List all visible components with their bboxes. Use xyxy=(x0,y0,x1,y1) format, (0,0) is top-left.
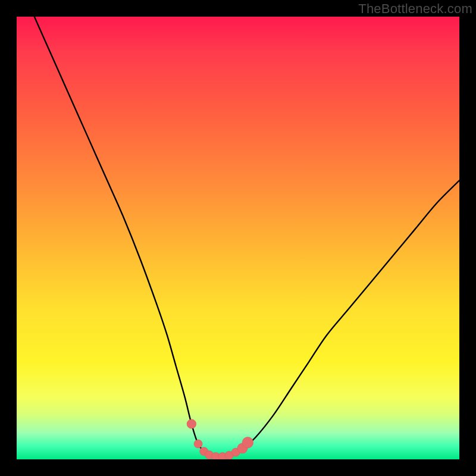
bottleneck-chart xyxy=(17,17,459,459)
curve-marker xyxy=(187,419,196,429)
curve-marker xyxy=(194,440,202,448)
bottleneck-curve-path xyxy=(35,17,459,457)
curve-marker xyxy=(242,437,253,448)
watermark-text: TheBottleneck.com xyxy=(358,1,472,17)
plot-area xyxy=(17,17,459,459)
outer-frame: TheBottleneck.com xyxy=(0,0,476,476)
